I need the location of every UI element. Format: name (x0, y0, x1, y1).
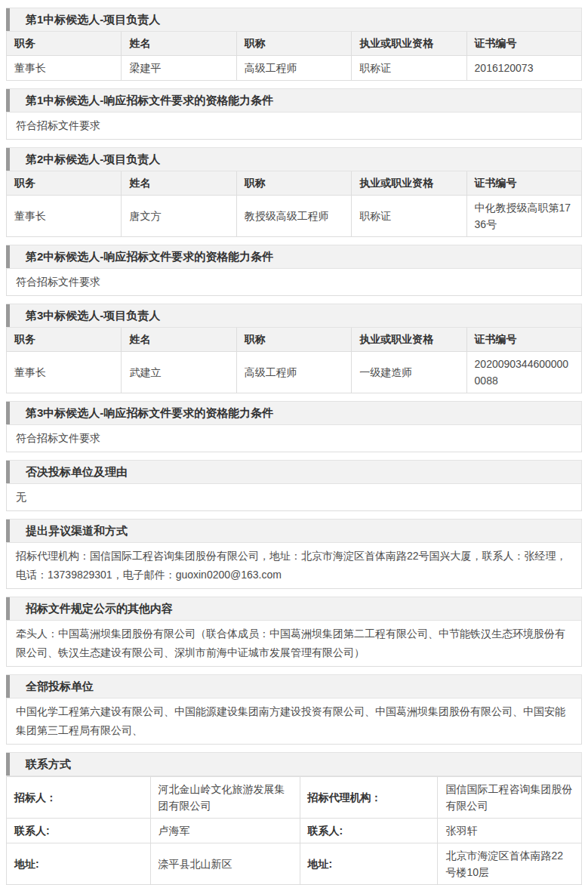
cell-tenderer-label: 招标人： (7, 777, 151, 819)
section-header: 第2中标候选人-响应招标文件要求的资格能力条件 (6, 245, 582, 269)
section-title: 第1中标候选人-响应招标文件要求的资格能力条件 (10, 89, 281, 112)
table-row: 董事长 武建立 高级工程师 一级建造师 20200903446000000088 (7, 352, 582, 393)
table-row: 地址: 滦平县北山新区 地址: 北京市海淀区首体南路22号楼10层 (7, 843, 582, 885)
cell-name: 武建立 (122, 352, 236, 393)
cell-address-label: 地址: (7, 843, 151, 885)
cell-title: 高级工程师 (236, 352, 351, 393)
section-title: 第2中标候选人-项目负责人 (10, 148, 168, 171)
cell-position: 董事长 (7, 352, 122, 393)
col-header-position: 职务 (7, 328, 122, 352)
candidate-3-qualification-section: 第3中标候选人-响应招标文件要求的资格能力条件 符合招标文件要求 (6, 401, 582, 452)
col-header-title: 职称 (236, 32, 351, 56)
section-header: 第2中标候选人-项目负责人 (6, 147, 582, 171)
rejected-bidders-section: 否决投标单位及理由 无 (6, 460, 582, 511)
table-header-row: 职务 姓名 职称 执业或职业资格 证书编号 (7, 328, 582, 352)
candidate-1-leader-section: 第1中标候选人-项目负责人 职务 姓名 职称 执业或职业资格 证书编号 董事长 … (6, 8, 582, 81)
cell-cert-no: 20200903446000000088 (466, 352, 581, 393)
col-header-name: 姓名 (122, 171, 236, 196)
candidate-2-leader-section: 第2中标候选人-项目负责人 职务 姓名 职称 执业或职业资格 证书编号 董事长 … (6, 147, 582, 237)
cell-qualification: 职称证 (352, 56, 466, 81)
section-body-text: 符合招标文件要求 (6, 269, 582, 296)
cell-contact-person-value: 张羽轩 (438, 819, 582, 843)
section-header: 第3中标候选人-响应招标文件要求的资格能力条件 (6, 401, 582, 425)
section-title: 联系方式 (10, 753, 79, 776)
col-header-name: 姓名 (122, 32, 236, 56)
col-header-title: 职称 (236, 171, 351, 196)
table-header-row: 职务 姓名 职称 执业或职业资格 证书编号 (7, 32, 582, 56)
leader-table: 职务 姓名 职称 执业或职业资格 证书编号 董事长 梁建平 高级工程师 职称证 … (6, 32, 582, 81)
section-header: 招标文件规定公示的其他内容 (6, 597, 582, 621)
section-title: 否决投标单位及理由 (10, 461, 135, 483)
section-header: 全部投标单位 (6, 674, 582, 698)
section-body-text: 招标代理机构：国信国际工程咨询集团股份有限公司，地址：北京市海淀区首体南路22号… (6, 543, 582, 589)
section-body-text: 无 (6, 484, 582, 511)
col-header-title: 职称 (236, 328, 351, 352)
cell-name: 梁建平 (122, 56, 236, 81)
section-header: 第1中标候选人-响应招标文件要求的资格能力条件 (6, 88, 582, 113)
candidate-3-leader-section: 第3中标候选人-项目负责人 职务 姓名 职称 执业或职业资格 证书编号 董事长 … (6, 304, 582, 393)
section-title: 提出异议渠道和方式 (10, 520, 135, 542)
cell-tenderer-value: 河北金山岭文化旅游发展集团有限公司 (150, 777, 300, 819)
cell-address-value: 滦平县北山新区 (150, 843, 300, 885)
table-row: 招标人： 河北金山岭文化旅游发展集团有限公司 招标代理机构： 国信国际工程咨询集… (7, 777, 582, 819)
leader-table: 职务 姓名 职称 执业或职业资格 证书编号 董事长 武建立 高级工程师 一级建造… (6, 328, 582, 393)
table-row: 董事长 梁建平 高级工程师 职称证 2016120073 (7, 56, 582, 81)
col-header-position: 职务 (7, 32, 122, 56)
cell-position: 董事长 (7, 56, 122, 81)
section-body-text: 符合招标文件要求 (6, 425, 582, 452)
cell-title: 高级工程师 (236, 56, 351, 81)
section-header: 第1中标候选人-项目负责人 (6, 8, 582, 32)
section-header: 提出异议渠道和方式 (6, 519, 582, 543)
col-header-qualification: 执业或职业资格 (352, 32, 466, 56)
cell-address-value: 北京市海淀区首体南路22号楼10层 (438, 843, 582, 885)
section-title: 第3中标候选人-项目负责人 (10, 304, 168, 327)
cell-address-label: 地址: (300, 843, 438, 885)
contact-info-section: 联系方式 招标人： 河北金山岭文化旅游发展集团有限公司 招标代理机构： 国信国际… (6, 752, 582, 885)
cell-contact-person-label: 联系人: (300, 819, 438, 843)
cell-cert-no: 中化教授级高职第1736号 (466, 196, 581, 237)
col-header-cert-no: 证书编号 (466, 171, 581, 196)
section-body-text: 牵头人：中国葛洲坝集团股份有限公司（联合体成员：中国葛洲坝集团第二工程有限公司、… (6, 621, 582, 667)
section-body-text: 符合招标文件要求 (6, 113, 582, 140)
cell-qualification: 一级建造师 (352, 352, 466, 393)
col-header-qualification: 执业或职业资格 (352, 171, 466, 196)
section-header: 否决投标单位及理由 (6, 460, 582, 484)
table-row: 联系人: 卢海军 联系人: 张羽轩 (7, 819, 582, 843)
cell-agency-label: 招标代理机构： (300, 777, 438, 819)
table-row: 董事长 唐文方 教授级高级工程师 职称证 中化教授级高职第1736号 (7, 196, 582, 237)
table-header-row: 职务 姓名 职称 执业或职业资格 证书编号 (7, 171, 582, 196)
cell-qualification: 职称证 (352, 196, 466, 237)
section-header: 联系方式 (6, 752, 582, 776)
cell-position: 董事长 (7, 196, 122, 237)
contact-table: 招标人： 河北金山岭文化旅游发展集团有限公司 招标代理机构： 国信国际工程咨询集… (6, 776, 582, 885)
section-title: 第1中标候选人-项目负责人 (10, 8, 168, 31)
section-header: 第3中标候选人-项目负责人 (6, 304, 582, 328)
col-header-qualification: 执业或职业资格 (352, 328, 466, 352)
cell-contact-person-value: 卢海军 (150, 819, 300, 843)
col-header-cert-no: 证书编号 (466, 328, 581, 352)
col-header-position: 职务 (7, 171, 122, 196)
cell-name: 唐文方 (122, 196, 236, 237)
bid-announcement-page: 第1中标候选人-项目负责人 职务 姓名 职称 执业或职业资格 证书编号 董事长 … (0, 0, 588, 885)
section-title: 第3中标候选人-响应招标文件要求的资格能力条件 (10, 402, 281, 424)
cell-title: 教授级高级工程师 (236, 196, 351, 237)
section-title: 招标文件规定公示的其他内容 (10, 597, 180, 620)
candidate-1-qualification-section: 第1中标候选人-响应招标文件要求的资格能力条件 符合招标文件要求 (6, 88, 582, 140)
section-title: 第2中标候选人-响应招标文件要求的资格能力条件 (10, 245, 281, 268)
section-title: 全部投标单位 (10, 675, 101, 698)
candidate-2-qualification-section: 第2中标候选人-响应招标文件要求的资格能力条件 符合招标文件要求 (6, 245, 582, 296)
objection-channel-section: 提出异议渠道和方式 招标代理机构：国信国际工程咨询集团股份有限公司，地址：北京市… (6, 519, 582, 589)
cell-agency-value: 国信国际工程咨询集团股份有限公司 (438, 777, 582, 819)
col-header-name: 姓名 (122, 328, 236, 352)
all-bidders-section: 全部投标单位 中国化学工程第六建设有限公司、中国能源建设集团南方建设投资有限公司… (6, 674, 582, 745)
other-content-section: 招标文件规定公示的其他内容 牵头人：中国葛洲坝集团股份有限公司（联合体成员：中国… (6, 597, 582, 667)
cell-cert-no: 2016120073 (466, 56, 581, 81)
cell-contact-person-label: 联系人: (7, 819, 151, 843)
section-body-text: 中国化学工程第六建设有限公司、中国能源建设集团南方建设投资有限公司、中国葛洲坝集… (6, 698, 582, 745)
col-header-cert-no: 证书编号 (466, 32, 581, 56)
leader-table: 职务 姓名 职称 执业或职业资格 证书编号 董事长 唐文方 教授级高级工程师 职… (6, 171, 582, 237)
